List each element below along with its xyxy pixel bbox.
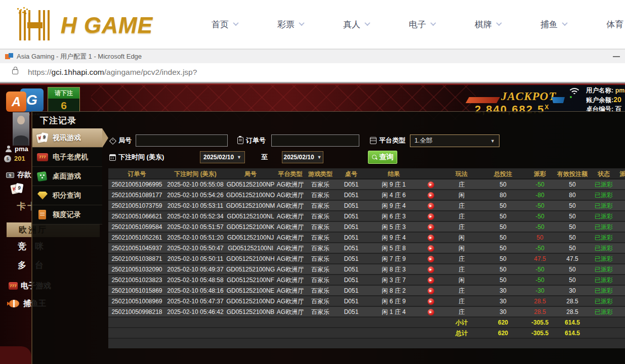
cell-round: GD051252100NL xyxy=(225,211,276,221)
cell-payout: 47.5 xyxy=(523,254,557,263)
cell-table: D051 xyxy=(336,296,366,306)
sidebar-item[interactable]: 视讯游戏 xyxy=(32,128,102,148)
nav-item[interactable]: 首页 xyxy=(212,0,277,49)
cell-bet-on: 庄 xyxy=(440,222,483,232)
date-from-picker[interactable]: 2025/02/10 ▼ xyxy=(200,151,245,163)
cell-cutoff xyxy=(619,233,625,242)
cell-game: 百家乐 xyxy=(305,264,336,274)
replay-button[interactable]: ▶ xyxy=(428,192,434,199)
cell-payout: -50 xyxy=(523,264,557,274)
cell-result: 闲 5 庄 3 xyxy=(366,222,421,232)
table-row: 250210051096995 2025-02-10 05:55:08 GD05… xyxy=(108,179,625,190)
sidebar-item[interactable]: 额度记录 xyxy=(32,205,102,224)
replay-button[interactable]: ▶ xyxy=(428,224,434,231)
sidebar-item[interactable]: 积分查询 xyxy=(32,186,102,205)
nav-item-label: 棋牌 xyxy=(475,19,492,30)
bet-records-panel: 下注记录 视讯游戏 电子老虎机 桌面游戏 xyxy=(31,111,625,364)
col-total-bet: 总投注 xyxy=(483,168,523,178)
cell-bet-on: 闲 xyxy=(440,190,483,200)
lock-icon xyxy=(12,69,18,74)
replay-button[interactable]: ▶ xyxy=(428,213,434,220)
col-table: 桌号 xyxy=(336,168,366,178)
date-to-picker[interactable]: 2025/02/10 ▼ xyxy=(282,151,323,163)
cell-order: 250210051073759 xyxy=(108,201,165,210)
replay-button[interactable]: ▶ xyxy=(428,235,434,241)
cell-payout: -80 xyxy=(523,190,557,200)
nav-item[interactable]: 真人 xyxy=(343,0,409,49)
table-row: 250210051089177 2025-02-10 05:54:26 GD05… xyxy=(108,190,625,201)
platform-type-label-group: 平台类型 xyxy=(370,136,405,145)
sidebar-item-label: 桌面游戏 xyxy=(53,172,81,181)
nav-item[interactable]: 体育 xyxy=(606,0,625,49)
round-number-label-group: 局号 xyxy=(109,136,132,145)
dealer-photo xyxy=(13,112,29,146)
site-logo[interactable]: H GAME xyxy=(16,9,153,41)
total-bet: 620 xyxy=(483,328,523,338)
replay-button[interactable]: ▶ xyxy=(428,245,434,252)
cell-cutoff xyxy=(619,296,625,306)
cell-payout: 28.5 xyxy=(523,307,557,316)
search-button[interactable]: 查询 xyxy=(368,151,397,164)
replay-button[interactable]: ▶ xyxy=(428,288,434,294)
browser-urlbar[interactable]: https://gci.1hhapi.com/agingame/pcv2/ind… xyxy=(0,63,625,82)
sidebar-item-icon xyxy=(36,132,49,144)
cell-cutoff xyxy=(619,201,625,210)
sidebar-item[interactable]: 桌面游戏 xyxy=(32,167,102,186)
cell-platform: AG欧洲厅 xyxy=(276,307,305,316)
cell-result: 闲 8 庄 2 xyxy=(366,286,421,295)
order-number-input[interactable] xyxy=(271,134,359,147)
cell-status: 已派彩 xyxy=(588,222,619,232)
deposit-icon: $ xyxy=(6,172,14,178)
records-sidebar: 视讯游戏 电子老虎机 桌面游戏 积分查询 xyxy=(32,128,102,224)
cell-result: 闲 6 庄 9 xyxy=(366,296,421,306)
sidebar-item[interactable]: 电子老虎机 xyxy=(32,148,102,167)
cell-replay: ▶ xyxy=(421,233,440,242)
cell-replay: ▶ xyxy=(421,307,440,316)
cell-cutoff xyxy=(619,254,625,263)
cell-time: 2025-02-10 05:55:08 xyxy=(165,179,225,189)
cell-time: 2025-02-10 05:46:42 xyxy=(165,307,225,316)
nav-item[interactable]: 捕鱼 xyxy=(540,0,606,49)
cell-payout: -30 xyxy=(523,286,557,295)
nav-item-label: 真人 xyxy=(343,19,360,30)
cell-order: 250210050998218 xyxy=(108,307,165,316)
replay-button[interactable]: ▶ xyxy=(428,309,434,315)
cell-total-bet: 50 xyxy=(483,275,523,285)
replay-button[interactable]: ▶ xyxy=(428,266,434,273)
cell-platform: AG欧洲厅 xyxy=(276,222,305,232)
replay-button[interactable]: ▶ xyxy=(428,298,434,305)
clipboard-icon xyxy=(237,137,243,144)
cell-order: 250210051052261 xyxy=(108,233,165,242)
replay-button[interactable]: ▶ xyxy=(428,277,434,284)
url-host: gci.1hhapi.com xyxy=(52,68,104,76)
round-number-input[interactable] xyxy=(136,134,228,147)
cell-total-bet: 50 xyxy=(483,222,523,232)
platform-type-select[interactable]: 1.全部 ▼ xyxy=(410,134,499,147)
user-icon xyxy=(5,146,12,152)
sidebar-item-icon xyxy=(36,209,49,221)
replay-button[interactable]: ▶ xyxy=(428,181,434,188)
order-number-label-group: 订单号 xyxy=(237,136,266,145)
replay-button[interactable]: ▶ xyxy=(428,256,434,262)
nav-item[interactable]: 电子 xyxy=(409,0,475,49)
cell-total-bet: 80 xyxy=(483,190,523,200)
cell-cutoff xyxy=(619,286,625,295)
panel-title: 下注记录 xyxy=(40,115,76,126)
cell-payout: 50 xyxy=(523,233,557,242)
url-text[interactable]: https://gci.1hhapi.com/agingame/pcv2/ind… xyxy=(28,63,197,81)
cell-game: 百家乐 xyxy=(305,286,336,295)
site-favicon-icon xyxy=(5,53,13,61)
cell-replay: ▶ xyxy=(421,179,440,189)
replay-button[interactable]: ▶ xyxy=(428,203,434,209)
bet-timer-label: 请下注 xyxy=(48,87,79,99)
cell-time: 2025-02-10 05:48:16 xyxy=(165,286,225,295)
minimize-button[interactable] xyxy=(613,56,620,57)
nav-item[interactable]: 棋牌 xyxy=(475,0,540,49)
cell-valid-bet: 28.5 xyxy=(557,307,588,316)
nav-item-label: 电子 xyxy=(409,19,426,30)
cell-result: 闲 9 庄 4 xyxy=(366,201,421,210)
nav-item[interactable]: 彩票 xyxy=(277,0,343,49)
subtotal-bet: 620 xyxy=(483,317,523,327)
cell-bet-on: 庄 xyxy=(440,296,483,306)
subtotal-valid: 614.5 xyxy=(557,317,588,327)
